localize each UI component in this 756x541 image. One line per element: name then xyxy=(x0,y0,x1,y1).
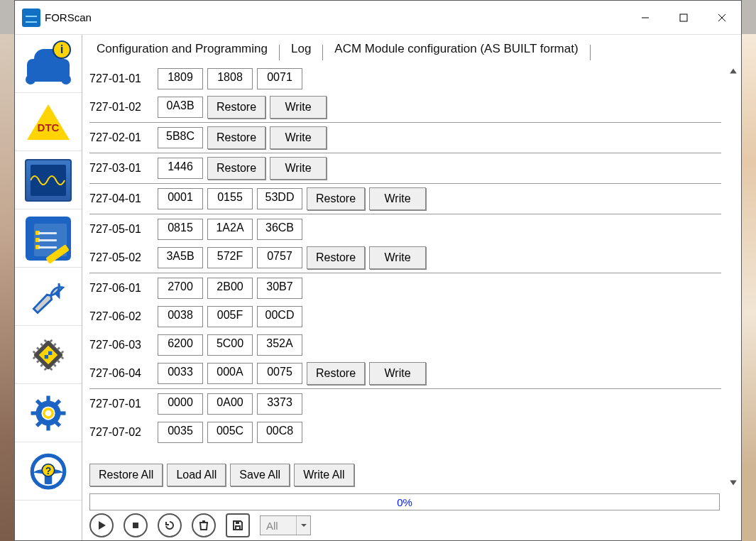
load-all-button[interactable]: Load All xyxy=(167,464,226,486)
hex-input[interactable]: 0815 xyxy=(158,219,203,240)
title-bar[interactable]: FORScan xyxy=(15,1,741,35)
hex-input[interactable]: 0001 xyxy=(158,188,203,209)
asbuilt-row: 727-01-01180918080071 xyxy=(89,65,721,93)
address-label: 727-01-01 xyxy=(89,72,153,85)
asbuilt-grid: 727-01-01180918080071727-01-020A3BRestor… xyxy=(82,60,741,447)
app-window: FORScan i DTC xyxy=(14,0,742,541)
address-label: 727-02-01 xyxy=(89,131,153,144)
hex-input[interactable]: 53DD xyxy=(257,188,302,209)
address-label: 727-05-01 xyxy=(89,223,153,236)
tab-acm-asbuilt[interactable]: ACM Module configuration (AS BUILT forma… xyxy=(327,39,585,60)
asbuilt-row: 727-02-015B8CRestoreWrite xyxy=(89,124,721,152)
hex-input[interactable]: 352A xyxy=(257,334,302,356)
hex-input[interactable]: 0757 xyxy=(257,247,302,268)
write-button[interactable]: Write xyxy=(270,96,327,119)
restore-button[interactable]: Restore xyxy=(207,96,265,119)
progress-bar: 0% xyxy=(89,493,720,510)
svg-rect-23 xyxy=(46,395,50,402)
hex-input[interactable]: 5B8C xyxy=(158,127,203,148)
write-button[interactable]: Write xyxy=(369,362,426,385)
restore-button[interactable]: Restore xyxy=(207,126,265,149)
hex-input[interactable]: 005C xyxy=(207,422,253,443)
save-all-button[interactable]: Save All xyxy=(230,464,290,486)
sidebar-item-settings[interactable] xyxy=(15,384,82,442)
tab-config-programming[interactable]: Configuration and Programming xyxy=(89,39,275,60)
refresh-button[interactable] xyxy=(158,513,182,537)
hex-input[interactable]: 2700 xyxy=(158,278,203,299)
hex-input[interactable]: 0075 xyxy=(257,363,302,384)
steering-help-icon: ? xyxy=(28,452,68,491)
sidebar-item-scope[interactable] xyxy=(15,151,82,209)
svg-line-10 xyxy=(33,356,35,359)
play-button[interactable] xyxy=(89,513,114,537)
stop-button[interactable] xyxy=(124,513,148,537)
write-button[interactable]: Write xyxy=(270,126,327,149)
sidebar-item-config[interactable] xyxy=(15,326,82,384)
hex-input[interactable]: 572F xyxy=(207,247,253,268)
hex-input[interactable]: 0000 xyxy=(158,393,203,415)
svg-line-15 xyxy=(40,344,43,346)
scroll-down-icon[interactable] xyxy=(727,476,740,489)
hex-input[interactable]: 6200 xyxy=(158,334,203,356)
hex-input[interactable]: 5C00 xyxy=(207,334,253,356)
hex-input[interactable]: 0A00 xyxy=(207,393,253,415)
address-label: 727-03-01 xyxy=(89,162,153,175)
save-button[interactable] xyxy=(226,513,250,537)
tab-log[interactable]: Log xyxy=(284,39,318,60)
scroll-up-icon[interactable] xyxy=(727,65,740,77)
hex-input[interactable]: 0035 xyxy=(158,422,203,443)
svg-line-13 xyxy=(45,368,47,370)
minimize-button[interactable] xyxy=(626,1,664,35)
hex-input[interactable]: 3A5B xyxy=(158,247,203,268)
write-button[interactable]: Write xyxy=(369,187,426,210)
write-button[interactable]: Write xyxy=(369,246,426,269)
restore-button[interactable]: Restore xyxy=(307,362,365,385)
hex-input[interactable]: 00C8 xyxy=(257,422,302,443)
asbuilt-row: 727-06-040033000A0075RestoreWrite xyxy=(89,359,721,388)
hex-input[interactable]: 00CD xyxy=(257,306,302,327)
group-separator xyxy=(89,273,721,273)
hex-input[interactable]: 36CB xyxy=(257,219,302,240)
progress-text: 0% xyxy=(397,496,412,508)
sidebar-item-service[interactable] xyxy=(15,268,82,326)
hex-input[interactable]: 1446 xyxy=(158,158,203,179)
delete-button[interactable] xyxy=(192,513,216,537)
svg-rect-1 xyxy=(680,14,687,21)
hex-input[interactable]: 0071 xyxy=(257,68,302,89)
svg-text:?: ? xyxy=(45,464,52,476)
sidebar-item-dtc[interactable]: DTC xyxy=(15,93,82,151)
hex-input[interactable]: 0A3B xyxy=(158,97,203,118)
restore-button[interactable]: Restore xyxy=(307,246,365,269)
app-icon xyxy=(22,9,40,27)
address-label: 727-07-02 xyxy=(89,426,153,439)
sidebar-item-tests[interactable] xyxy=(15,209,82,268)
restore-button[interactable]: Restore xyxy=(307,187,365,210)
close-button[interactable] xyxy=(703,1,741,35)
maximize-button[interactable] xyxy=(664,1,703,35)
hex-input[interactable]: 3373 xyxy=(257,393,302,415)
write-all-button[interactable]: Write All xyxy=(294,464,354,486)
hex-input[interactable]: 0033 xyxy=(158,363,203,384)
scrollbar[interactable] xyxy=(727,65,740,489)
filter-select[interactable]: All xyxy=(260,515,311,535)
hex-input[interactable]: 30B7 xyxy=(257,278,302,299)
write-button[interactable]: Write xyxy=(270,157,327,180)
hex-input[interactable]: 0155 xyxy=(207,188,253,209)
hex-input[interactable]: 1809 xyxy=(158,68,203,89)
hex-input[interactable]: 1A2A xyxy=(207,219,253,240)
hex-input[interactable]: 1808 xyxy=(207,68,253,89)
restore-button[interactable]: Restore xyxy=(207,157,265,180)
svg-line-9 xyxy=(62,351,64,353)
sidebar-item-vehicle-info[interactable]: i xyxy=(15,35,82,93)
desktop-bg-right xyxy=(742,34,756,541)
hex-input[interactable]: 0038 xyxy=(158,306,203,327)
sidebar-item-help[interactable]: ? xyxy=(15,442,82,501)
restore-all-button[interactable]: Restore All xyxy=(89,464,163,486)
svg-rect-39 xyxy=(236,526,240,530)
hex-input[interactable]: 2B00 xyxy=(207,278,253,299)
hex-input[interactable]: 005F xyxy=(207,306,253,327)
group-separator xyxy=(89,183,721,184)
hex-input[interactable]: 000A xyxy=(207,363,253,384)
svg-line-17 xyxy=(33,351,35,353)
filter-value: All xyxy=(261,520,296,532)
